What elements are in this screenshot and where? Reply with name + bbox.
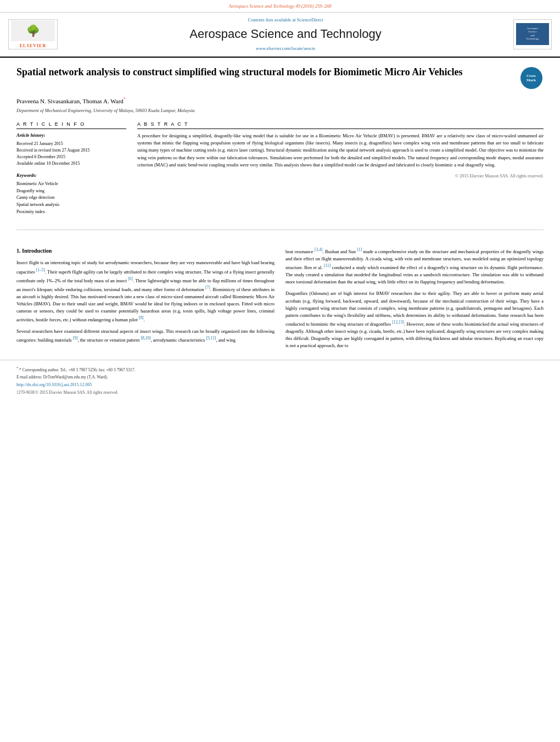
article-body: A R T I C L E I N F O Article history: R… bbox=[16, 121, 544, 221]
keyword-4: Spatial network analysis bbox=[16, 202, 126, 209]
keywords-list: Biomimetic Air Vehicle Dragonfly wing Ca… bbox=[16, 181, 126, 216]
sciencedirect-link: Contents lists available at ScienceDirec… bbox=[69, 17, 502, 24]
article-info-label: A R T I C L E I N F O bbox=[16, 121, 126, 130]
sciencedirect-name[interactable]: ScienceDirect bbox=[297, 17, 323, 23]
section-title: Introduction bbox=[22, 248, 52, 254]
ref-11: [11] bbox=[324, 263, 331, 268]
journal-logo-image: Aerospace Science and Technology bbox=[516, 23, 549, 45]
received-date: Received 21 January 2015 bbox=[16, 141, 126, 147]
authors: Praveena N. Sivasankaran, Thomas A. Ward… bbox=[16, 96, 544, 105]
keywords-label: Keywords: bbox=[16, 172, 126, 179]
main-content: 1. Introduction Insect flight is an inte… bbox=[0, 247, 560, 354]
ref-1-5: [1–5] bbox=[36, 267, 45, 272]
journal-logo-right: Aerospace Science and Technology bbox=[513, 19, 552, 49]
ref-9: [9] bbox=[73, 336, 78, 341]
affiliation: Department of Mechanical Engineering, Un… bbox=[16, 108, 544, 114]
keyword-3: Canny edge detection bbox=[16, 194, 126, 202]
abstract-text: A procedure for designing a simplified, … bbox=[137, 132, 544, 169]
article-footer: * * Corresponding author. Tel.: +60 3 79… bbox=[0, 360, 560, 401]
elsevier-logo-image: 🌳 bbox=[11, 20, 55, 41]
author-names: Praveena N. Sivasankaran, Thomas A. Ward bbox=[16, 97, 124, 104]
ref-7: [7] bbox=[205, 285, 210, 290]
left-column: 1. Introduction Insect flight is an inte… bbox=[16, 247, 275, 354]
keyword-5: Proximity index bbox=[16, 209, 126, 216]
journal-citation: Aerospace Science and Technology 49 (201… bbox=[229, 3, 332, 9]
elsevier-tree-icon: 🌳 bbox=[26, 23, 40, 38]
article-history: Article history: Received 21 January 201… bbox=[16, 132, 126, 167]
section-divider bbox=[16, 230, 544, 230]
right-column: beat resonance [3,4]. Bushan and Sun [1]… bbox=[285, 247, 544, 354]
history-label: Article history: bbox=[16, 132, 126, 139]
journal-title: Aerospace Science and Technology bbox=[69, 26, 502, 43]
corresponding-footnote: * * Corresponding author. Tel.: +60 3 79… bbox=[16, 366, 544, 373]
intro-paragraph-2: Several researchers have examined differ… bbox=[16, 328, 275, 344]
ref-8-10: [8,10] bbox=[141, 336, 150, 341]
email-footnote: E-mail address: DrTomWard@um.edu.my (T.A… bbox=[16, 375, 544, 381]
article-title: Spatial network analysis to construct si… bbox=[16, 66, 519, 79]
journal-center: Contents lists available at ScienceDirec… bbox=[58, 17, 513, 52]
keywords-block: Keywords: Biomimetic Air Vehicle Dragonf… bbox=[16, 172, 126, 216]
issn-footer: 1270-9638/© 2015 Elsevier Masson SAS. Al… bbox=[16, 390, 544, 396]
abstract-section: A B S T R A C T A procedure for designin… bbox=[137, 121, 544, 221]
ref-6: [6] bbox=[128, 276, 133, 281]
intro-heading: 1. Introduction bbox=[16, 247, 275, 255]
elsevier-logo: 🌳 ELSEVIER bbox=[8, 19, 58, 49]
ref-8: [8] bbox=[139, 315, 144, 320]
ref-12-13: [12,13] bbox=[392, 320, 404, 325]
elsevier-label: ELSEVIER bbox=[20, 43, 46, 49]
crossmark-circle: CrossMark bbox=[520, 67, 542, 89]
article-title-section: Spatial network analysis to construct si… bbox=[16, 66, 544, 91]
journal-header: 🌳 ELSEVIER Contents lists available at S… bbox=[0, 13, 560, 58]
article-info: A R T I C L E I N F O Article history: R… bbox=[16, 121, 126, 221]
accepted-date: Accepted 6 December 2015 bbox=[16, 154, 126, 160]
crossmark-badge[interactable]: CrossMark bbox=[519, 66, 544, 91]
ref-3-4: [3,4] bbox=[315, 247, 322, 252]
available-date: Available online 10 December 2015 bbox=[16, 160, 126, 167]
top-bar: Aerospace Science and Technology 49 (201… bbox=[0, 0, 560, 13]
keyword-2: Dragonfly wing bbox=[16, 188, 126, 195]
right-paragraph-1: beat resonance [3,4]. Bushan and Sun [1]… bbox=[285, 247, 544, 286]
section-number: 1. bbox=[16, 248, 21, 254]
intro-paragraph-1: Insect flight is an interesting topic of… bbox=[16, 259, 275, 323]
ref-5-11: [5,11] bbox=[206, 336, 216, 341]
author-star: * bbox=[124, 97, 126, 102]
revised-date: Received in revised form 27 August 2015 bbox=[16, 147, 126, 154]
journal-url[interactable]: www.elsevier.com/locate/aescte bbox=[69, 46, 502, 52]
keyword-1: Biomimetic Air Vehicle bbox=[16, 181, 126, 188]
copyright-line: © 2015 Elsevier Masson SAS. All rights r… bbox=[137, 173, 544, 179]
crossmark-icon: CrossMark bbox=[527, 74, 536, 83]
article-container: Spatial network analysis to construct si… bbox=[0, 58, 560, 247]
right-paragraph-2: Dragonflies (Odonata) are of high intere… bbox=[285, 290, 544, 349]
doi-link[interactable]: http://dx.doi.org/10.1016/j.ast.2015.12.… bbox=[16, 382, 544, 388]
abstract-label: A B S T R A C T bbox=[137, 121, 544, 130]
ref-1: [1] bbox=[357, 247, 362, 252]
